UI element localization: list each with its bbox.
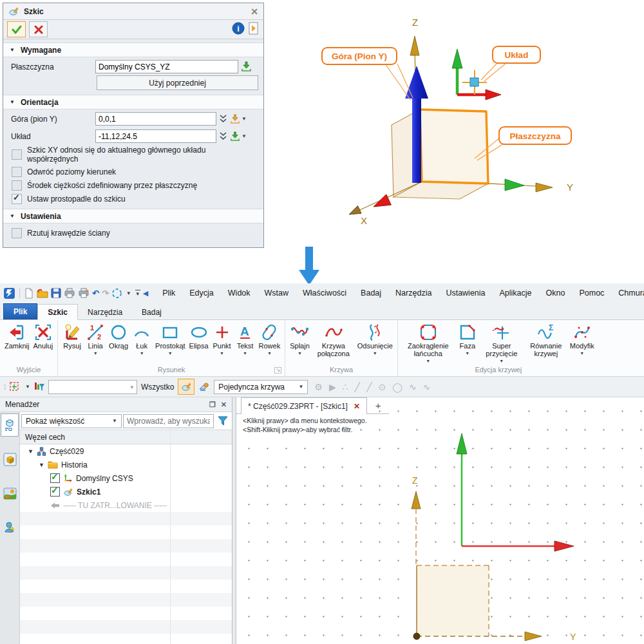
curve-equation-button[interactable]: Σ Równanie krzywej — [524, 323, 568, 357]
user-manager-icon[interactable] — [1, 519, 18, 536]
checkbox-project[interactable]: Rzutuj krawędzie ściany — [3, 223, 263, 240]
selection-mode-icon[interactable] — [111, 288, 122, 299]
filter-combo[interactable]: Pojedyncza krzywa ▼ — [214, 380, 308, 394]
checkbox-centroid[interactable]: Środek ciężkości zdefiniowany przez płas… — [3, 178, 263, 192]
offset-button[interactable]: Odsunięcie ▼ — [355, 323, 395, 356]
search-input[interactable] — [123, 414, 214, 428]
dropdown-caret-icon[interactable]: ▼ — [373, 350, 377, 356]
collapse-toolbar-icon[interactable]: ◀ — [143, 289, 148, 298]
ellipse-button[interactable]: Elipsa — [187, 323, 211, 350]
tree-rollback-bar[interactable]: ----- TU ZATR...LOWANIE ----- — [20, 498, 232, 512]
show-filter-dropdown[interactable]: Pokaż większość ▼ — [21, 414, 122, 428]
ok-button[interactable] — [7, 21, 26, 37]
dropdown-caret-icon[interactable]: ▼ — [93, 350, 98, 356]
close-icon[interactable]: ✕ — [221, 401, 227, 409]
slot-button[interactable]: Rowek ▼ — [257, 323, 283, 356]
draw-button[interactable]: Rysuj — [61, 323, 84, 350]
tree-item-sketch[interactable]: Szkic1 — [20, 485, 232, 498]
menu-wstaw[interactable]: Wstaw — [258, 289, 296, 298]
expand-options-button[interactable] — [219, 132, 227, 141]
dropdown-caret-icon[interactable]: ▼ — [298, 350, 302, 356]
group-expand-icon[interactable]: ↘ — [274, 367, 281, 374]
text-button[interactable]: A Tekst ▼ — [234, 323, 257, 356]
dropdown-caret-icon[interactable]: ▼ — [168, 350, 173, 356]
menu-badaj[interactable]: Badaj — [354, 289, 388, 298]
menu-wlasciwosci[interactable]: Właściwości — [296, 289, 354, 298]
dropdown-caret-icon[interactable]: ▼ — [220, 350, 224, 356]
tab-plik[interactable]: Plik — [3, 303, 37, 319]
plane-input[interactable] — [95, 60, 238, 73]
tree-item-part[interactable]: ▼ Część029 — [20, 444, 232, 458]
cancel-button[interactable] — [29, 21, 48, 37]
checkbox-ortho[interactable]: Ustaw prostopadle do szkicu — [3, 192, 263, 205]
section-settings[interactable]: ▼ Ustawienia — [3, 209, 263, 223]
dropdown-caret-icon[interactable]: ▼ — [499, 358, 504, 364]
dropdown-caret-icon[interactable]: ▼ — [580, 350, 584, 356]
menu-widok[interactable]: Widok — [221, 289, 258, 298]
save-icon[interactable] — [51, 288, 61, 298]
help-button[interactable] — [248, 22, 260, 37]
open-file-icon[interactable] — [37, 288, 48, 298]
dialog-close-icon[interactable]: ✕ — [251, 6, 258, 17]
active-sketch-tool[interactable] — [178, 379, 194, 395]
filter-list-icon[interactable] — [34, 381, 44, 392]
input-combo[interactable]: ▾ — [48, 380, 137, 394]
customize-toolbar-icon[interactable]: ▼ — [135, 290, 140, 297]
info-button[interactable]: i — [232, 22, 245, 37]
dropdown-caret-icon[interactable]: ▼ — [267, 350, 272, 356]
print-icon[interactable] — [64, 288, 75, 298]
drawing-canvas[interactable]: Z Y * Część029.Z3PRT - [Szkic1] ✕ — [236, 397, 644, 644]
checkbox-xy[interactable]: Szkic XY odnosi się do aktualnego główne… — [3, 144, 263, 165]
menu-edycja[interactable]: Edycja — [182, 289, 221, 298]
menu-chmura[interactable]: Chmura — [611, 289, 644, 298]
dialog-titlebar[interactable]: Szkic ✕ — [3, 3, 263, 20]
visual-manager-icon[interactable] — [1, 451, 18, 468]
close-sketch-button[interactable]: Zamknij — [3, 323, 32, 350]
menu-ustawienia[interactable]: Ustawienia — [439, 289, 492, 298]
dropdown-caret-icon[interactable]: ▼ — [465, 350, 469, 356]
pick-origin-button[interactable] — [230, 131, 240, 142]
expander-icon[interactable]: ▼ — [28, 448, 33, 455]
pick-filter-icon[interactable] — [9, 381, 20, 392]
search-filter-button[interactable] — [215, 414, 231, 428]
menu-plik[interactable]: Plik — [155, 289, 182, 298]
viewport-3d[interactable]: X Y Z Góra (Pion Y) Układ Płaszczyzna — [309, 5, 644, 258]
tree-column-header[interactable]: Węzeł cech — [20, 430, 232, 444]
menu-pomoc[interactable]: Pomoc — [572, 289, 611, 298]
expander-icon[interactable]: ▼ — [39, 462, 44, 468]
pick-target-icon[interactable] — [198, 382, 210, 392]
modify-curve-button[interactable]: Modyfik ▼ — [568, 323, 596, 356]
panel-splitter[interactable] — [232, 397, 236, 644]
arc-button[interactable]: Łuk ▼ — [130, 323, 153, 356]
visibility-checkbox-checked[interactable] — [50, 473, 60, 483]
new-document-tab[interactable]: + — [367, 397, 389, 414]
dropdown-caret-icon[interactable]: ▼ — [140, 350, 144, 356]
rectangle-button[interactable]: Prostokąt ▼ — [153, 323, 187, 356]
point-button[interactable]: Punkt ▼ — [211, 323, 234, 356]
spline-button[interactable]: Splajn ▼ — [288, 323, 312, 356]
checkbox-flip[interactable]: Odwróć poziomy kierunek — [3, 165, 263, 178]
tab-badaj[interactable]: Badaj — [132, 305, 171, 319]
pick-up-button[interactable] — [230, 114, 240, 124]
render-manager-icon[interactable] — [1, 485, 18, 502]
super-trim-button[interactable]: Super przycięcie ▼ — [479, 323, 524, 364]
new-file-icon[interactable] — [24, 288, 34, 299]
tree-item-history[interactable]: ▼ Historia — [20, 458, 232, 471]
restore-icon[interactable]: ❐ — [209, 401, 216, 409]
dropdown-caret-icon[interactable]: ▼ — [426, 358, 430, 364]
cancel-sketch-button[interactable]: Anuluj — [32, 323, 55, 350]
dropdown-caret-icon[interactable]: ▼ — [243, 350, 247, 356]
manager-titlebar[interactable]: Menadżer ❐ ✕ — [0, 397, 232, 412]
tree-item-csys[interactable]: Domyślny CSYS — [20, 471, 232, 485]
visibility-checkbox-checked[interactable] — [50, 487, 60, 497]
undo-icon[interactable]: ↶ — [92, 289, 99, 298]
use-previous-button[interactable]: Użyj poprzedniej — [97, 75, 258, 90]
dropdown-caret-icon[interactable]: ▼ — [242, 116, 247, 122]
up-input[interactable] — [95, 112, 216, 126]
connected-curve-button[interactable]: Krzywa połączona — [312, 323, 355, 357]
section-required[interactable]: ▼ Wymagane — [3, 43, 263, 57]
tab-szkic[interactable]: Szkic — [37, 304, 78, 320]
tab-close-icon[interactable]: ✕ — [354, 402, 360, 411]
menu-okno[interactable]: Okno — [539, 289, 573, 298]
print-plus-icon[interactable]: + — [78, 288, 90, 298]
